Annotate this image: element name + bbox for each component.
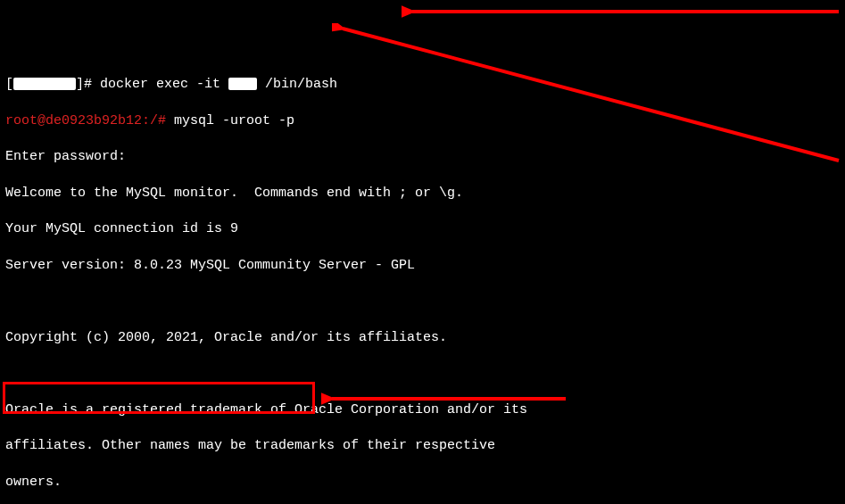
oracle-line-1: Oracle is a registered trademark of Orac…: [5, 401, 840, 419]
enter-password-line: Enter password:: [5, 148, 840, 166]
docker-cmd-start: docker exec -it: [100, 77, 228, 92]
bracket-close: ]#: [76, 77, 100, 92]
blank-line-1: [5, 293, 840, 310]
redacted-host: [13, 78, 76, 90]
container-prompt-line: root@de0923b92b12:/# mysql -uroot -p: [5, 112, 840, 130]
mysql-login-cmd: mysql -uroot -p: [174, 113, 294, 128]
copyright-line: Copyright (c) 2000, 2021, Oracle and/or …: [5, 329, 840, 347]
arrow-2-icon: [332, 23, 844, 166]
welcome-line: Welcome to the MySQL monitor. Commands e…: [5, 185, 840, 202]
oracle-line-2: affiliates. Other names may be trademark…: [5, 437, 840, 455]
shell-prompt-line-1: []# docker exec -it /bin/bash: [5, 76, 840, 94]
bracket-open: [: [5, 77, 13, 92]
blank-line-2: [5, 365, 840, 383]
connection-id-line: Your MySQL connection id is 9: [5, 220, 840, 238]
svg-line-3: [343, 29, 839, 161]
arrow-1-icon: [402, 4, 844, 20]
docker-cmd-end: /bin/bash: [257, 77, 337, 92]
oracle-line-3: owners.: [5, 474, 840, 492]
server-version-line: Server version: 8.0.23 MySQL Community S…: [5, 257, 840, 275]
container-prompt: root@de0923b92b12:/#: [5, 113, 174, 128]
redacted-container: [228, 78, 257, 90]
